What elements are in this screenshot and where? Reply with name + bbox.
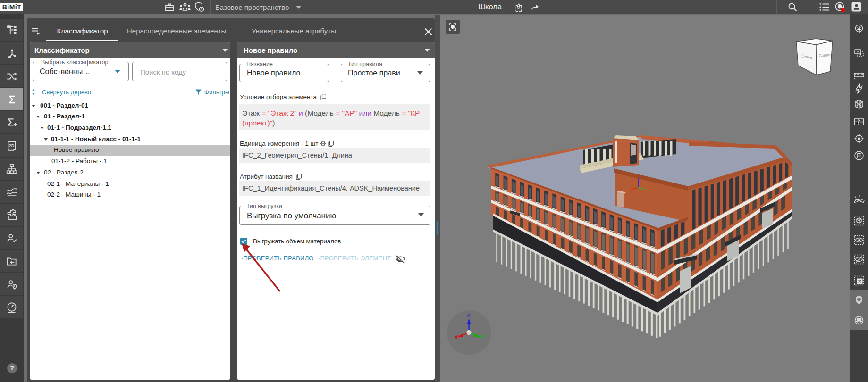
svg-text:2D: 2D: [9, 143, 15, 148]
svg-text:1: 1: [855, 195, 856, 198]
svg-text:Z: Z: [467, 313, 471, 318]
svg-text:X: X: [455, 334, 458, 340]
svg-text:Y: Y: [481, 334, 485, 340]
svg-text:2: 2: [859, 195, 860, 198]
